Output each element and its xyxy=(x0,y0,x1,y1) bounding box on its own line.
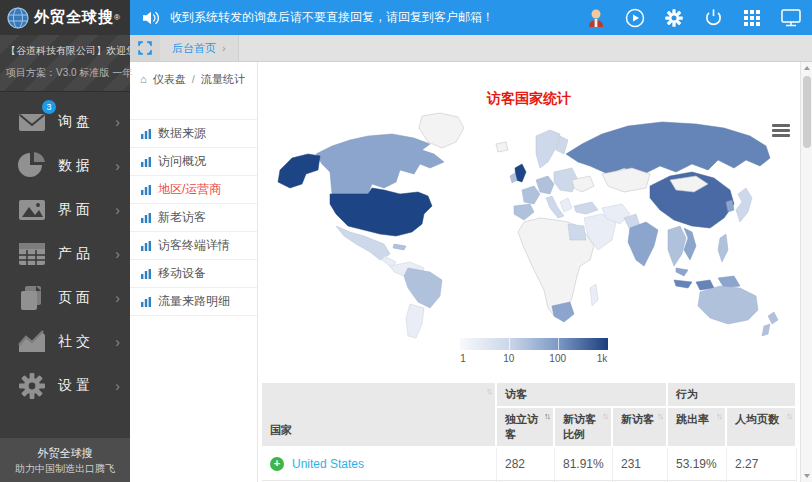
expand-plus-icon[interactable]: + xyxy=(270,457,284,471)
sort-icon[interactable]: ↑↓ xyxy=(716,411,721,421)
sidebar-item-social[interactable]: 社交 › xyxy=(0,320,130,364)
col-bounce-rate: ↑↓ 跳出率 xyxy=(668,408,727,448)
gear-icon[interactable] xyxy=(661,5,687,31)
col-new-visitors: ↑↓ 新访客 xyxy=(613,408,668,448)
welcome-text: 【谷道科技有限公司】欢迎您! xyxy=(6,43,124,59)
trend-chart-icon xyxy=(16,326,48,358)
scroll-up-icon[interactable] xyxy=(801,62,812,74)
image-icon xyxy=(16,194,48,226)
cell-new-visitors: 231 xyxy=(613,448,668,481)
submenu-list: 数据来源 访问概况 地区/运营商 新老访客 访客终端详情 移动设备 流量来路明细 xyxy=(130,119,257,316)
sidebar: 外贸全球搜 ® 【谷道科技有限公司】欢迎您! 项目方案：V3.0 标准版 一年 … xyxy=(0,0,130,482)
chevron-right-icon: › xyxy=(115,290,120,306)
monitor-icon[interactable] xyxy=(778,5,804,31)
breadcrumb-dashboard[interactable]: 仪表盘 xyxy=(153,73,186,85)
vertical-scrollbar[interactable] xyxy=(800,62,812,482)
submenu-label: 新老访客 xyxy=(158,209,206,226)
bar-chart-icon xyxy=(140,268,152,280)
chevron-right-icon: › xyxy=(115,378,120,394)
chevron-right-icon: › xyxy=(115,246,120,262)
submenu-label: 访问概况 xyxy=(158,153,206,170)
chevron-right-icon: › xyxy=(115,158,120,174)
submenu-item-visit-overview[interactable]: 访问概况 xyxy=(130,148,257,176)
sidebar-item-inquiry[interactable]: 3 询盘 › xyxy=(0,100,130,144)
sidebar-item-interface[interactable]: 界面 › xyxy=(0,188,130,232)
col-label: 新访客 xyxy=(621,413,654,425)
bar-chart-icon xyxy=(140,128,152,140)
submenu-panel: ⌂ 仪表盘 / 流量统计 数据来源 访问概况 地区/运营商 新老访客 访客终端详… xyxy=(130,62,258,482)
sidebar-item-label: 社交 xyxy=(58,333,115,351)
sidebar-item-settings[interactable]: 设置 › xyxy=(0,364,130,408)
sidebar-item-label: 数据 xyxy=(58,157,115,175)
sort-icon[interactable]: ↑↓ xyxy=(657,411,662,421)
chevron-right-icon: › xyxy=(115,334,120,350)
brand-name: 外贸全球搜 xyxy=(34,8,114,27)
announcement-text: 收到系统转发的询盘后请不要直接回复，请回复到客户邮箱！ xyxy=(170,9,583,26)
plan-text: 项目方案：V3.0 标准版 一年 xyxy=(6,65,124,81)
power-icon[interactable] xyxy=(700,5,726,31)
chart-title: 访客国家统计 xyxy=(258,90,800,108)
col-new-visitor-ratio: ↑↓ 新访客比例 xyxy=(555,408,613,448)
sidebar-item-label: 询盘 xyxy=(58,113,115,131)
topbar-icons xyxy=(583,5,804,31)
submenu-item-traffic-sources[interactable]: 流量来路明细 xyxy=(130,288,257,316)
submenu-item-mobile-devices[interactable]: 移动设备 xyxy=(130,260,257,288)
tab-home-label: 后台首页 xyxy=(172,41,216,56)
col-label: 独立访客 xyxy=(505,413,538,440)
submenu-item-data-source[interactable]: 数据来源 xyxy=(130,120,257,148)
sidebar-item-product[interactable]: 产品 › xyxy=(0,232,130,276)
sort-icon-active[interactable]: ↑↓ xyxy=(544,411,549,421)
submenu-item-new-old-visitors[interactable]: 新老访客 xyxy=(130,204,257,232)
bar-chart-icon xyxy=(140,240,152,252)
breadcrumb: ⌂ 仪表盘 / 流量统计 xyxy=(130,62,257,87)
play-circle-icon[interactable] xyxy=(622,5,648,31)
submenu-item-region-carrier[interactable]: 地区/运营商 xyxy=(130,176,257,204)
legend-gradient-bar xyxy=(460,338,608,350)
chevron-right-icon: › xyxy=(115,202,120,218)
speaker-icon xyxy=(142,10,160,26)
home-icon: ⌂ xyxy=(140,73,147,85)
grid-table-icon xyxy=(16,238,48,270)
tab-bar: 后台首页 › xyxy=(130,35,812,62)
registered-mark: ® xyxy=(114,13,120,22)
submenu-item-terminal-detail[interactable]: 访客终端详情 xyxy=(130,232,257,260)
envelope-icon: 3 xyxy=(16,106,48,138)
sidebar-footer: 外贸全球搜 助力中国制造出口腾飞 xyxy=(0,438,130,482)
col-label: 新访客比例 xyxy=(563,413,596,440)
submenu-label: 移动设备 xyxy=(158,265,206,282)
footer-slogan: 助力中国制造出口腾飞 xyxy=(0,461,130,476)
bar-chart-icon xyxy=(140,156,152,168)
grid-icon[interactable] xyxy=(739,5,765,31)
sidebar-item-data[interactable]: 数据 › xyxy=(0,144,130,188)
sidebar-item-pages[interactable]: 页面 › xyxy=(0,276,130,320)
world-map[interactable] xyxy=(272,110,784,342)
cell-new-visitor-ratio: 81.91% xyxy=(555,448,613,481)
globe-logo-icon xyxy=(6,6,30,30)
cell-pages-per-visit: 2.27 xyxy=(727,448,797,481)
tab-home[interactable]: 后台首页 › xyxy=(160,35,239,61)
col-unique-visitors: ↑↓ 独立访客 xyxy=(497,408,555,448)
scrollbar-thumb[interactable] xyxy=(803,76,811,148)
logo: 外贸全球搜 ® xyxy=(0,0,130,35)
legend-tick: 100 xyxy=(549,353,566,364)
avatar[interactable] xyxy=(583,5,609,31)
map-color-legend: 1 10 100 1k xyxy=(460,338,608,367)
breadcrumb-separator: / xyxy=(192,73,195,85)
inquiry-badge: 3 xyxy=(42,100,56,114)
sort-icon[interactable]: ↑↓ xyxy=(786,411,791,421)
country-link[interactable]: United States xyxy=(292,457,364,471)
cell-bounce-rate: 53.19% xyxy=(668,448,727,481)
legend-tick: 1k xyxy=(597,353,608,364)
footer-brand: 外贸全球搜 xyxy=(0,446,130,461)
gear-icon xyxy=(16,370,48,402)
breadcrumb-traffic[interactable]: 流量统计 xyxy=(201,73,245,85)
country-stats-table: ↑↓ 国家 访客 行为 ↑↓ 独立访客 ↑↓ 新访客比例 ↑↓ 新访客 xyxy=(262,383,797,482)
sort-icon[interactable]: ↑↓ xyxy=(602,411,607,421)
sort-icon[interactable]: ↑↓ xyxy=(486,386,491,396)
sidebar-item-label: 产品 xyxy=(58,245,115,263)
bar-chart-icon xyxy=(140,184,152,196)
scroll-down-icon[interactable] xyxy=(801,470,812,482)
bar-chart-icon xyxy=(140,296,152,308)
pages-icon xyxy=(16,282,48,314)
legend-tick: 1 xyxy=(460,353,466,364)
